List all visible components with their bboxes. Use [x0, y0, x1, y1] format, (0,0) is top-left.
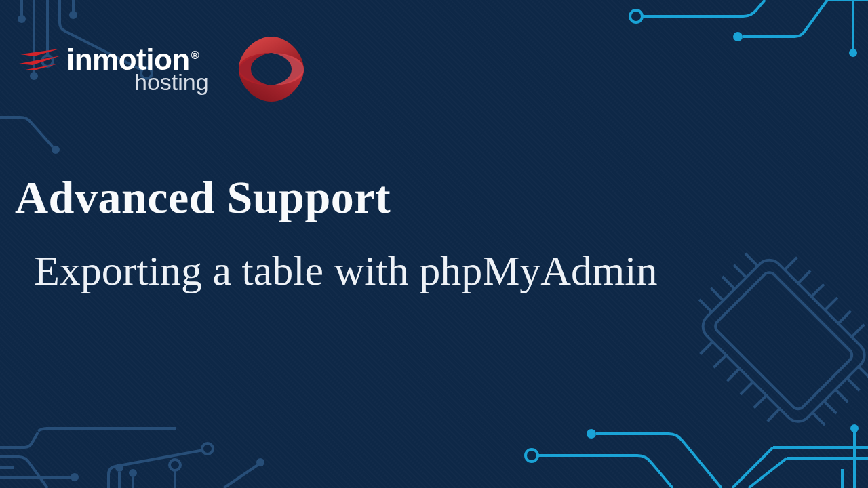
svg-line-35 — [713, 355, 726, 367]
svg-line-29 — [798, 270, 810, 283]
svg-line-55 — [224, 465, 258, 488]
svg-marker-68 — [20, 49, 60, 56]
svg-line-23 — [859, 367, 868, 379]
svg-point-48 — [202, 443, 213, 454]
circuit-bottom-left — [0, 427, 285, 488]
svg-point-54 — [170, 460, 180, 470]
svg-line-24 — [847, 378, 859, 390]
headline-block: Advanced Support Exporting a table with … — [15, 171, 746, 298]
page-subtitle: Exporting a table with phpMyAdmin — [15, 243, 746, 298]
svg-line-25 — [835, 390, 848, 402]
svg-line-22 — [699, 300, 711, 312]
circuit-left-mid — [0, 112, 81, 159]
svg-line-34 — [701, 342, 713, 354]
page-title: Advanced Support — [15, 171, 746, 224]
svg-point-15 — [849, 49, 857, 57]
svg-point-10 — [630, 10, 642, 22]
svg-line-18 — [745, 253, 757, 266]
svg-marker-70 — [22, 64, 58, 70]
svg-line-27 — [812, 413, 825, 425]
svg-line-26 — [824, 401, 836, 413]
svg-point-9 — [52, 146, 60, 154]
svg-line-30 — [812, 284, 824, 296]
svg-point-52 — [129, 469, 137, 477]
svg-line-31 — [825, 298, 837, 310]
registered-mark: ® — [191, 49, 199, 61]
svg-point-45 — [71, 473, 79, 481]
svg-line-33 — [852, 325, 864, 337]
diamond-badge-icon — [235, 33, 308, 106]
svg-point-50 — [115, 464, 123, 472]
svg-line-37 — [741, 382, 753, 394]
svg-line-28 — [785, 258, 797, 270]
brand-wordmark: inmotion® hosting — [19, 45, 209, 94]
svg-line-32 — [838, 311, 850, 323]
circuit-top-right — [624, 0, 868, 61]
svg-line-60 — [732, 447, 773, 488]
circuit-bottom-right — [515, 420, 868, 488]
svg-line-36 — [727, 369, 739, 381]
svg-line-39 — [768, 409, 780, 421]
svg-point-58 — [587, 429, 596, 439]
svg-line-62 — [749, 458, 787, 488]
swoosh-icon — [19, 47, 62, 72]
svg-point-11 — [733, 32, 743, 41]
svg-point-1 — [18, 15, 26, 23]
svg-marker-69 — [19, 56, 61, 65]
svg-point-56 — [256, 458, 264, 466]
svg-point-57 — [526, 449, 538, 462]
svg-point-65 — [850, 424, 859, 432]
svg-point-8 — [69, 11, 77, 19]
brand-logo-block: inmotion® hosting — [19, 33, 308, 106]
svg-line-38 — [754, 395, 766, 407]
